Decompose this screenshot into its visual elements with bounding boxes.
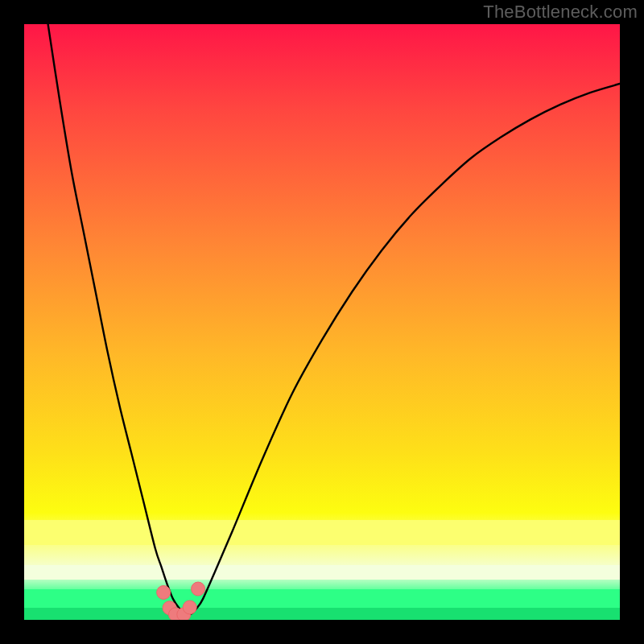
marker-dot xyxy=(192,582,205,596)
curve-layer xyxy=(24,24,620,620)
watermark-text: TheBottleneck.com xyxy=(483,2,638,23)
plot-area xyxy=(24,24,620,620)
bottleneck-curve xyxy=(48,24,620,615)
marker-dot xyxy=(183,601,196,614)
marker-dot xyxy=(157,585,171,599)
chart-frame: TheBottleneck.com xyxy=(0,0,644,644)
highlight-markers xyxy=(157,582,205,620)
